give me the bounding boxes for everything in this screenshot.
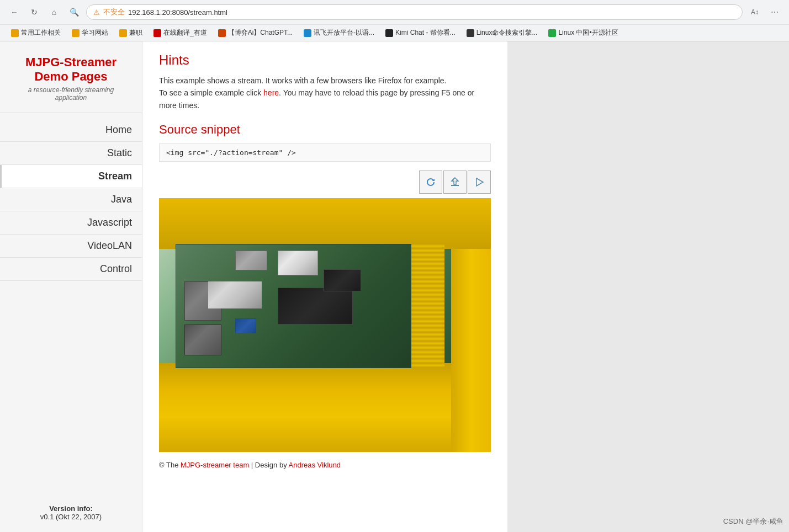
right-panel [507,41,789,532]
bookmark-item[interactable]: 兼职 [115,27,147,39]
sidebar-item-stream[interactable]: Stream [0,165,142,188]
sidebar-subtitle: a resource-friendly streaming applicatio… [6,86,136,102]
bookmark-item[interactable]: 【博弈Ai】ChatGPT... [214,27,297,39]
version-label: Version info: [10,504,132,513]
sidebar-item-javascript[interactable]: Javascript [0,211,142,235]
refresh-stream-button[interactable] [419,171,442,194]
upload-stream-button[interactable] [443,171,467,194]
bookmark-label: Linux命令搜索引擎... [476,28,538,38]
usb-top-connector [278,251,318,275]
main-layout: MJPG-Streamer Demo Pages a resource-frie… [0,41,789,532]
stream-controls [159,171,491,194]
blue-component [235,318,257,333]
bookmark-item[interactable]: 在线翻译_有道 [149,27,211,39]
security-warning-icon: ⚠ [93,8,100,17]
version-value: v0.1 (Okt 22, 2007) [10,513,132,521]
sidebar-item-home[interactable]: Home [0,119,142,142]
warning-text: 不安全 [103,7,125,17]
reader-mode-button[interactable]: A↕ [747,4,762,20]
search-button[interactable]: 🔍 [66,4,82,20]
bookmark-icon [304,29,311,37]
bookmark-icon [11,29,19,37]
bookmark-label: 学习网站 [82,28,108,38]
bookmark-icon [385,29,393,37]
bookmark-label: 在线翻译_有道 [163,28,207,38]
browser-chrome: ← ↻ ⌂ 🔍 ⚠ 不安全 192.168.1.20:8080/stream.h… [0,0,789,41]
sidebar-item-static[interactable]: Static [0,142,142,165]
sidebar-item-videolan[interactable]: VideoLAN [0,235,142,258]
svg-rect-1 [451,185,459,186]
hints-here-link[interactable]: here [263,88,279,97]
footer-text: © The MJPG-streamer team | Design by And… [159,461,491,469]
hints-text-2: To see a simple example click [159,88,263,97]
bookmark-icon [467,29,474,37]
footer-text-1: © The [159,461,181,469]
bookmark-icon [548,29,556,37]
gpio-strip [411,244,444,368]
svg-line-0 [452,178,455,181]
sidebar-item-control[interactable]: Control [0,258,142,281]
yellow-case-bottom [159,363,491,452]
bookmark-label: 常用工作相关 [21,28,61,38]
sidebar: MJPG-Streamer Demo Pages a resource-frie… [0,41,142,532]
bookmark-icon [153,29,161,37]
bookmark-icon [72,29,80,37]
extensions-button[interactable]: ⋯ [767,4,782,20]
silver-component [208,281,262,308]
bookmark-item[interactable]: 讯飞开放平台-以语... [299,27,379,39]
source-title: Source snippet [159,123,491,137]
bookmark-item[interactable]: Linux命令搜索引擎... [462,27,542,39]
bookmark-icon [119,29,127,37]
version-info: Version info: v0.1 (Okt 22, 2007) [0,493,142,532]
footer-text-2: | Design by [249,461,288,469]
hints-text: This example shows a stream. It works wi… [159,75,491,111]
main-chip [278,288,353,324]
pcb-main [176,244,444,368]
url-text: 192.168.1.20:8080/stream.html [128,8,227,17]
home-button[interactable]: ⌂ [46,4,62,20]
bookmark-label: Kimi Chat - 帮你看... [395,28,456,38]
yellow-case-top [159,198,491,249]
usb-connector [184,324,222,355]
bookmark-label: 讯飞开放平台-以语... [314,28,374,38]
bookmark-label: 【博弈Ai】ChatGPT... [228,28,293,38]
hints-text-1: This example shows a stream. It works wi… [159,76,447,85]
hints-title: Hints [159,52,491,68]
mjpg-team-link[interactable]: MJPG-streamer team [181,461,249,469]
watermark: CSDN @半余·咸鱼 [723,517,783,526]
bookmark-item[interactable]: 学习网站 [67,27,113,39]
sidebar-logo: MJPG-Streamer Demo Pages a resource-frie… [0,47,142,113]
back-button[interactable]: ← [7,4,22,20]
bookmark-label: 兼职 [129,28,142,38]
refresh-button[interactable]: ↻ [27,4,42,20]
stream-image [159,198,491,452]
play-stream-button[interactable] [468,171,491,194]
content-area: Hints This example shows a stream. It wo… [142,41,507,532]
design-link[interactable]: Andreas Viklund [289,461,341,469]
svg-marker-2 [476,178,483,186]
code-block: <img src="./?action=stream" /> [159,143,491,162]
bookmark-label: Linux 中国•开源社区 [558,28,618,38]
small-chip [324,269,361,291]
sidebar-title-line2: Demo Pages [6,70,136,84]
rpi-board-bg [159,198,491,452]
bookmark-item[interactable]: Kimi Chat - 帮你看... [381,27,460,39]
sidebar-title-line1: MJPG-Streamer [6,55,136,70]
address-bar[interactable]: ⚠ 不安全 192.168.1.20:8080/stream.html [86,4,743,20]
bookmark-icon [218,29,226,37]
browser-toolbar: ← ↻ ⌂ 🔍 ⚠ 不安全 192.168.1.20:8080/stream.h… [0,0,789,24]
sidebar-nav: Home Static Stream Java Javascript Video… [0,119,142,281]
hdmi-connector [235,251,267,270]
sidebar-item-java[interactable]: Java [0,188,142,211]
bookmarks-bar: 常用工作相关 学习网站 兼职 在线翻译_有道 【博弈Ai】ChatGPT... … [0,24,789,41]
bookmark-item[interactable]: 常用工作相关 [7,27,65,39]
bookmark-item[interactable]: Linux 中国•开源社区 [544,27,622,39]
